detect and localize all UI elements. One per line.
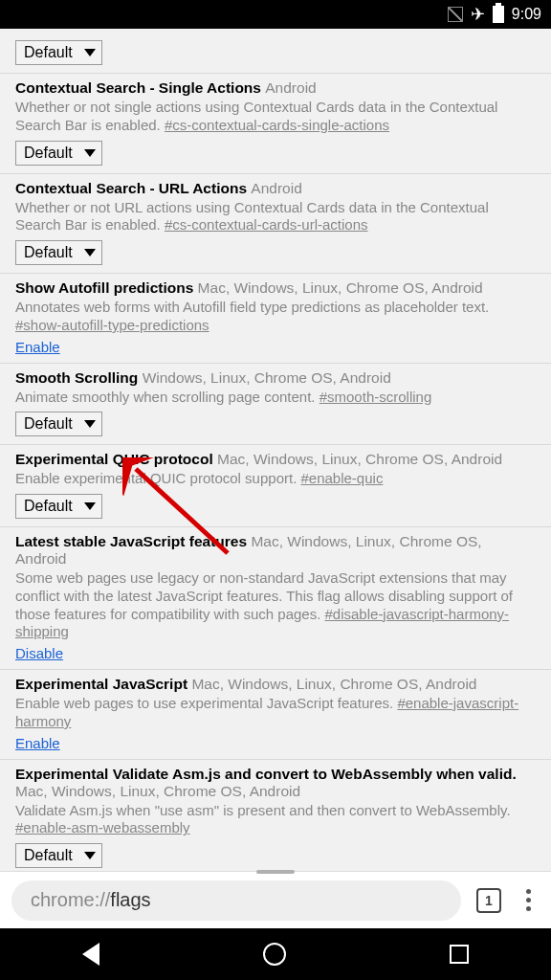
flag-select[interactable]: Default [15, 141, 102, 166]
chevron-down-icon [84, 420, 96, 428]
flag-item: Show Autofill predictions Mac, Windows, … [0, 274, 551, 364]
flag-item: Default [0, 33, 551, 74]
flag-description-text: Enable experimental QUIC protocol suppor… [15, 470, 300, 486]
flag-platforms: Android [251, 180, 301, 196]
flag-description-text: Annotates web forms with Autofill field … [15, 299, 489, 315]
flag-anchor-link[interactable]: #cs-contextual-cards-url-actions [165, 216, 368, 233]
flag-item: Experimental QUIC protocol Mac, Windows,… [0, 445, 551, 527]
flag-description: Enable web pages to use experimental Jav… [15, 695, 536, 731]
flags-page: DefaultContextual Search - Single Action… [0, 29, 551, 871]
flag-header: Contextual Search - Single Actions Andro… [15, 79, 536, 97]
flag-anchor-link[interactable]: #enable-quic [300, 470, 383, 486]
flag-platforms: Mac, Windows, Linux, Chrome OS, Android [191, 676, 476, 692]
flag-header: Experimental Validate Asm.js and convert… [15, 766, 536, 800]
flag-description: Validate Asm.js when "use asm" is presen… [15, 802, 536, 838]
flag-select-value: Default [24, 847, 73, 864]
flag-anchor-link[interactable]: #cs-contextual-cards-single-actions [165, 117, 389, 133]
flag-platforms: Windows, Linux, Chrome OS, Android [143, 369, 391, 386]
chevron-down-icon [84, 249, 96, 256]
flag-select-value: Default [24, 415, 73, 433]
flag-description: Annotates web forms with Autofill field … [15, 299, 536, 335]
flag-item: Smooth Scrolling Windows, Linux, Chrome … [0, 364, 551, 446]
flag-action-link[interactable]: Enable [15, 735, 536, 751]
back-button[interactable] [82, 943, 99, 966]
flag-anchor-link[interactable]: #show-autofill-type-predictions [15, 317, 209, 333]
flag-title: Smooth Scrolling [15, 369, 143, 386]
flag-item: Experimental Validate Asm.js and convert… [0, 760, 551, 872]
tab-count: 1 [485, 893, 493, 908]
url-scheme: chrome:// [31, 889, 110, 911]
omnibox[interactable]: chrome://flags [11, 880, 461, 921]
flag-description: Animate smoothly when scrolling page con… [15, 389, 536, 407]
flag-title: Contextual Search - Single Actions [15, 79, 265, 96]
flag-header: Smooth Scrolling Windows, Linux, Chrome … [15, 369, 536, 387]
flag-action-link[interactable]: Enable [15, 339, 536, 355]
recents-button[interactable] [450, 945, 469, 964]
flag-select-value: Default [24, 145, 73, 162]
flag-description-text: Validate Asm.js when "use asm" is presen… [15, 802, 511, 818]
no-sim-icon [448, 7, 463, 22]
chevron-down-icon [84, 149, 96, 157]
flag-header: Latest stable JavaScript features Mac, W… [15, 533, 536, 568]
flag-select[interactable]: Default [15, 40, 102, 65]
flag-select[interactable]: Default [15, 412, 102, 436]
battery-icon [493, 6, 504, 23]
flag-item: Experimental JavaScript Mac, Windows, Li… [0, 670, 551, 760]
chevron-down-icon [84, 852, 96, 859]
flag-platforms: Mac, Windows, Linux, Chrome OS, Android [15, 783, 300, 799]
flag-select[interactable]: Default [15, 843, 102, 868]
flag-action-link[interactable]: Disable [15, 645, 536, 661]
url-path: flags [110, 889, 150, 911]
android-nav-bar [0, 928, 551, 980]
flag-title: Experimental QUIC protocol [15, 451, 217, 467]
menu-button[interactable] [517, 889, 540, 911]
flag-item: Contextual Search - URL Actions AndroidW… [0, 174, 551, 275]
flag-platforms: Mac, Windows, Linux, Chrome OS, Android [217, 451, 502, 467]
chevron-down-icon [84, 502, 96, 510]
flag-select-value: Default [24, 44, 73, 61]
flag-header: Show Autofill predictions Mac, Windows, … [15, 279, 536, 297]
flag-description-text: Enable web pages to use experimental Jav… [15, 695, 397, 711]
home-button[interactable] [263, 943, 286, 966]
flag-description: Enable experimental QUIC protocol suppor… [15, 470, 536, 488]
flag-select[interactable]: Default [15, 494, 102, 519]
flag-platforms: Mac, Windows, Linux, Chrome OS, Android [198, 279, 483, 296]
flag-title: Experimental Validate Asm.js and convert… [15, 766, 517, 782]
flag-select-value: Default [24, 244, 73, 261]
flag-description: Whether or not URL actions using Context… [15, 199, 536, 235]
flag-platforms: Android [265, 79, 316, 96]
omnibox-bar: chrome://flags 1 [0, 871, 551, 928]
chevron-down-icon [84, 49, 96, 56]
flag-item: Contextual Search - Single Actions Andro… [0, 74, 551, 174]
flag-title: Contextual Search - URL Actions [15, 180, 251, 196]
airplane-mode-icon: ✈ [471, 4, 485, 25]
flag-header: Contextual Search - URL Actions Android [15, 180, 536, 197]
flag-title: Experimental JavaScript [15, 676, 191, 692]
status-bar: ✈ 9:09 [0, 0, 551, 29]
flag-header: Experimental QUIC protocol Mac, Windows,… [15, 451, 536, 468]
flag-header: Experimental JavaScript Mac, Windows, Li… [15, 676, 536, 693]
flag-item: Latest stable JavaScript features Mac, W… [0, 527, 551, 670]
flag-description: Some web pages use legacy or non-standar… [15, 569, 536, 641]
flag-title: Latest stable JavaScript features [15, 533, 251, 549]
tab-switcher-button[interactable]: 1 [476, 888, 501, 913]
flag-description-text: Animate smoothly when scrolling page con… [15, 389, 320, 405]
flag-select-value: Default [24, 498, 73, 515]
flag-title: Show Autofill predictions [15, 279, 198, 296]
flag-description: Whether or not single actions using Cont… [15, 99, 536, 135]
flag-select[interactable]: Default [15, 240, 102, 265]
flag-anchor-link[interactable]: #enable-asm-webassembly [15, 819, 190, 835]
flag-anchor-link[interactable]: #smooth-scrolling [320, 389, 432, 405]
status-time: 9:09 [512, 6, 541, 23]
